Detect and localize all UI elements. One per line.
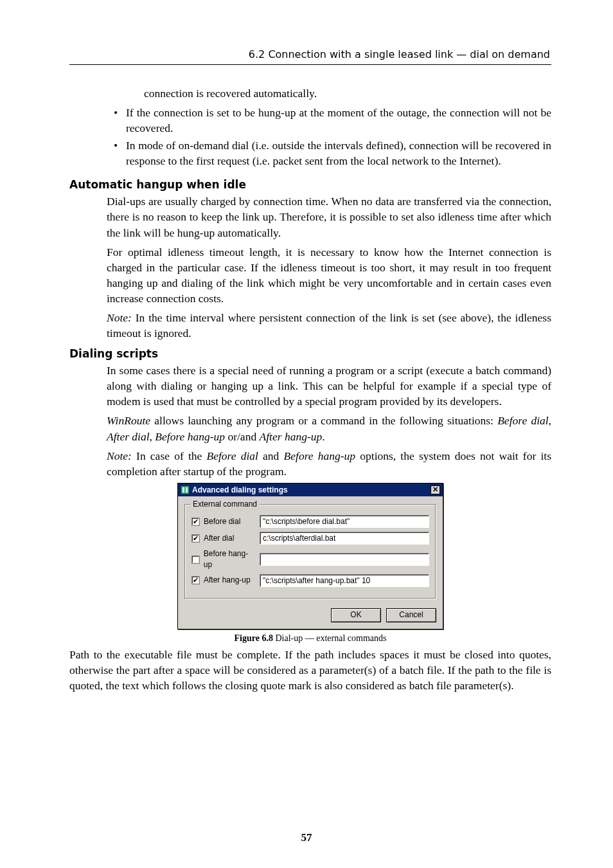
row-before-dial: ✔ Before dial	[191, 515, 429, 528]
section-heading-dialing-scripts: Dialing scripts	[69, 347, 551, 361]
body-text: Dial-ups are usually charged by connecti…	[107, 194, 551, 240]
emphasis: Before dial	[206, 449, 258, 462]
after-dial-checkbox[interactable]: ✔	[191, 534, 200, 543]
figure-caption: Figure 6.8 Dial-up — external commands	[69, 632, 551, 644]
after-hangup-input[interactable]	[260, 574, 429, 587]
body-text: ,	[549, 414, 551, 427]
svg-rect-0	[181, 486, 189, 494]
body-text: allows launching any program or a comman…	[150, 414, 497, 427]
body-text: WinRoute allows launching any program or…	[107, 413, 551, 444]
bullet-item: If the connection is set to be hung-up a…	[123, 105, 551, 136]
emphasis: Before hang-up	[155, 430, 225, 443]
ok-button[interactable]: OK	[331, 608, 381, 622]
note-label: Note:	[107, 449, 132, 462]
body-text: Note: In the time interval where persist…	[107, 310, 551, 341]
emphasis: Before dial	[497, 414, 548, 427]
emphasis: WinRoute	[107, 414, 150, 427]
body-text: or/and	[225, 430, 259, 443]
body-text: In the time interval where persistent co…	[107, 311, 551, 339]
group-legend: External command	[190, 499, 260, 510]
emphasis: After dial	[107, 430, 150, 443]
after-hangup-checkbox[interactable]: ✔	[191, 576, 200, 584]
svg-rect-2	[186, 487, 188, 493]
after-dial-input[interactable]	[260, 532, 429, 545]
close-icon[interactable]: ✕	[431, 485, 440, 494]
page-number: 57	[0, 830, 613, 845]
section-heading-auto-hangup: Automatic hangup when idle	[69, 177, 551, 192]
before-hangup-input[interactable]	[260, 553, 429, 566]
dialog-title: Advanced dialing settings	[192, 485, 288, 496]
after-dial-label: After dial	[204, 533, 234, 544]
figure-label: Figure 6.8	[235, 633, 273, 643]
row-after-hangup: ✔ After hang-up	[191, 574, 429, 587]
app-icon	[181, 485, 190, 494]
body-text: Path to the executable file must be comp…	[69, 647, 551, 693]
running-header: 6.2 Connection with a single leased link…	[69, 48, 551, 65]
body-text: and	[258, 449, 284, 462]
intro-line: connection is recovered automatically.	[144, 86, 551, 101]
dialog-titlebar[interactable]: Advanced dialing settings ✕	[178, 484, 443, 497]
before-dial-input[interactable]	[260, 515, 429, 528]
note-label: Note:	[107, 311, 132, 324]
advanced-dialing-settings-dialog: Advanced dialing settings ✕ External com…	[177, 483, 443, 629]
emphasis: After hang-up	[260, 430, 323, 443]
emphasis: Before hang-up	[284, 449, 356, 462]
body-text: For optimal idleness timeout length, it …	[107, 244, 551, 307]
svg-rect-1	[182, 487, 184, 493]
bullet-item: In mode of on-demand dial (i.e. outside …	[123, 138, 551, 168]
before-hangup-checkbox[interactable]	[191, 556, 200, 564]
external-command-group: External command ✔ Before dial ✔ After d…	[184, 504, 436, 599]
body-text: In some cases there is a special need of…	[107, 363, 551, 409]
body-text: Note: In case of the Before dial and Bef…	[107, 448, 551, 479]
row-after-dial: ✔ After dial	[191, 532, 429, 545]
before-dial-label: Before dial	[204, 516, 240, 527]
row-before-hangup: Before hang-up	[191, 548, 429, 570]
figure-caption-text: Dial-up — external commands	[273, 633, 387, 643]
body-text: .	[322, 430, 324, 443]
before-hangup-label: Before hang-up	[204, 548, 256, 570]
cancel-button[interactable]: Cancel	[386, 608, 436, 622]
after-hangup-label: After hang-up	[204, 575, 251, 586]
body-text: In case of the	[132, 449, 207, 462]
before-dial-checkbox[interactable]: ✔	[191, 518, 200, 526]
